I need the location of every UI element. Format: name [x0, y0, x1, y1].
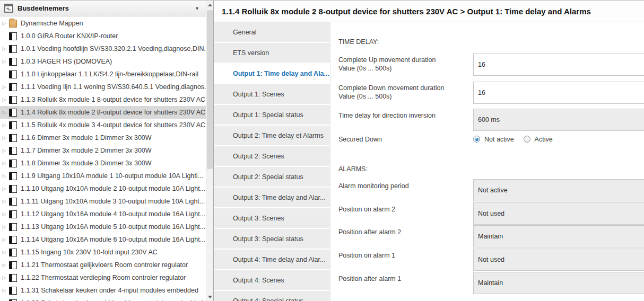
expand-arrow-icon[interactable]: ▷ — [0, 148, 8, 153]
param-sublabel: Value (0s ... 500s) — [338, 92, 464, 101]
scroll-down-icon[interactable] — [206, 293, 213, 300]
tab[interactable]: Output 1: Special status — [214, 105, 330, 125]
expand-arrow-icon[interactable]: ▷ — [0, 186, 8, 191]
device-icon — [9, 134, 17, 142]
tree-item[interactable]: ▷ 1.1.3 Rolluik 8x module 1 8-output dev… — [0, 93, 206, 106]
tab-label: Output 2: Time delay et Alarms — [233, 132, 324, 139]
expand-arrow-icon[interactable]: ▷ — [0, 250, 8, 255]
tree-item[interactable]: ▷ 1.1.7 Dimmer 3x module 2 Dimmer 3x 300… — [0, 144, 206, 157]
expand-arrow-icon[interactable]: ▷ — [0, 224, 8, 229]
tree-item[interactable]: ▷ 1.1.13 Uitgang 10x16A module 5 10-outp… — [0, 220, 206, 233]
expand-arrow-icon[interactable]: ▷ — [0, 288, 8, 293]
tree-item[interactable]: ▷ 1.1.21 Thermostaat gelijkvloers Room c… — [0, 259, 206, 271]
tab-label: Output 3: Scenes — [233, 215, 284, 222]
tree-item-label: 1.1.10 Uitgang 10x10A module 2 10-output… — [21, 185, 205, 192]
tree-item-label: Dynamische Mappen — [21, 20, 83, 27]
expand-arrow-icon[interactable]: ▷ — [0, 173, 8, 179]
complete-up-input[interactable] — [474, 54, 644, 75]
tab[interactable]: Output 4: Special status — [214, 291, 330, 301]
tab[interactable]: Output 4: Scenes — [214, 270, 330, 290]
expand-arrow-icon[interactable]: ▷ — [0, 135, 8, 140]
param-position-on-alarm-1: Position on alarm 1 Not used — [338, 249, 644, 271]
tab-label: ETS version — [233, 49, 269, 57]
complete-up-spinner[interactable] — [473, 54, 644, 76]
tab[interactable]: General — [214, 22, 330, 42]
panel-title: Busdeelnemers — [18, 4, 193, 12]
expand-arrow-icon[interactable]: ▷ — [0, 199, 8, 204]
complete-down-input[interactable] — [474, 82, 644, 103]
tab[interactable]: Output 3: Special status — [214, 229, 330, 249]
tree-item[interactable]: ▷ 1.1.4 Rolluik 8x module 2 8-output dev… — [0, 106, 206, 119]
position-after-alarm-1-dropdown[interactable]: Maintain — [473, 272, 644, 294]
chevron-down-icon[interactable]: ▾ — [193, 4, 202, 12]
sidebar-scrollbar[interactable] — [206, 1, 213, 301]
expand-arrow-icon[interactable]: ▷ — [0, 262, 8, 268]
scroll-up-icon[interactable] — [206, 2, 213, 9]
expand-arrow-icon[interactable]: ▷ — [0, 161, 8, 166]
expand-arrow-icon[interactable]: ▷ — [0, 46, 8, 51]
complete-down-spinner[interactable] — [473, 82, 644, 104]
tree-item[interactable]: ▷ 1.1.9 Uitgang 10x10A module 1 10-outpu… — [0, 170, 206, 182]
tree-item[interactable]: ▷ 1.1.14 Uitgang 10x16A module 6 10-outp… — [0, 233, 206, 246]
parameter-content: TIME DELAY: Complete Up movement duratio… — [331, 22, 644, 301]
tab[interactable]: ETS version — [214, 43, 330, 63]
device-icon — [9, 121, 17, 129]
tree-item[interactable]: ▷ 1.1.11 Uitgang 10x10A module 3 10-outp… — [0, 195, 206, 208]
direction-inversion-dropdown[interactable]: 600 ms — [473, 109, 644, 131]
expand-arrow-icon[interactable]: ▷ — [0, 21, 8, 26]
tab-label: Output 4: Time delay and Alar... — [233, 256, 325, 263]
tree-item-label: 1.1.6 Dimmer 3x module 1 Dimmer 3x 300W — [21, 134, 152, 141]
tab[interactable]: Output 4: Time delay and Alar... — [214, 250, 330, 269]
tree-item-label: 1.1.8 Dimmer 3x module 3 Dimmer 3x 300W — [21, 160, 152, 167]
scrollbar-thumb[interactable] — [207, 10, 213, 169]
device-icon — [9, 58, 17, 66]
position-on-alarm-1-dropdown[interactable]: Not used — [473, 249, 644, 271]
position-on-alarm-2-dropdown[interactable]: Not used — [473, 202, 644, 225]
device-icon — [9, 147, 17, 155]
param-label: Position after alarm 2 — [338, 228, 464, 236]
tree-item[interactable]: ▷ 1.1.8 Dimmer 3x module 3 Dimmer 3x 300… — [0, 157, 206, 170]
tree-item[interactable]: ▷ 1.1.12 Uitgang 10x16A module 4 10-outp… — [0, 208, 206, 220]
tree-item[interactable]: ▷ 1.1.22 Thermostaat verdieping Room con… — [0, 271, 206, 284]
expand-arrow-icon[interactable]: ▷ — [0, 275, 8, 280]
device-icon — [9, 160, 17, 167]
expand-arrow-icon[interactable]: ▷ — [0, 59, 8, 64]
dropdown-value: 600 ms — [478, 116, 500, 123]
tree-item[interactable]: ▷ 1.0.3 HAGER HS (DOMOVEA) — [0, 55, 206, 68]
tree-item-label: 1.1.22 Thermostaat verdieping Room contr… — [21, 274, 186, 281]
tab[interactable]: Output 2: Scenes — [214, 146, 330, 166]
radio-not-active[interactable]: Not active — [473, 136, 514, 143]
section-time-delay: TIME DELAY: — [338, 38, 379, 46]
dropdown-value: Not used — [478, 210, 504, 217]
tab[interactable]: Output 2: Special status — [214, 167, 330, 187]
tree-item[interactable]: ▷ 1.1.15 Ingang 10x 230V 10-fold input 2… — [0, 246, 206, 259]
expand-arrow-icon[interactable]: ▷ — [0, 237, 8, 242]
tab[interactable]: Output 1: Scenes — [214, 84, 330, 104]
expand-arrow-icon[interactable]: ▷ — [0, 211, 8, 217]
tree-item[interactable]: ▷ 1.1.10 Uitgang 10x10A module 2 10-outp… — [0, 182, 206, 195]
tree-item[interactable]: ▷ 1.1.32 Schakelaar keuken midden 4-inpu… — [0, 297, 206, 301]
tab[interactable]: Output 2: Time delay et Alarms — [214, 126, 330, 145]
tree-item[interactable]: ▷ 1.1.5 Rolluik 4x module 3 4-output dev… — [0, 119, 206, 131]
radio-active[interactable]: Active — [524, 136, 553, 143]
tree-item[interactable]: ▷ 1.1.0 Lijnkoppelaar 1.1 LK/S4.2 lijn-/… — [0, 68, 206, 81]
expand-arrow-icon[interactable]: ▷ — [0, 110, 8, 115]
tab[interactable]: Output 3: Scenes — [214, 208, 330, 228]
tree-item-label: 1.0.3 HAGER HS (DOMOVEA) — [21, 58, 112, 65]
tab[interactable]: Output 1: Time delay and Ala... — [214, 64, 330, 83]
param-label: Complete Up movement duration — [338, 56, 464, 64]
param-alarm-monitoring: Alarm monitoring period Not active — [338, 179, 644, 201]
position-after-alarm-2-dropdown[interactable]: Maintain — [473, 225, 644, 247]
expand-arrow-icon[interactable]: ▷ — [0, 84, 8, 90]
tab[interactable]: Output 3: Time delay and Alar... — [214, 188, 330, 207]
tree-item[interactable]: ▷ 1.0.0 GIRA Router KNX/IP-router — [0, 30, 206, 42]
tree-item[interactable]: ▷ 1.0.1 Voeding hoofdlijn SV/S30.320.2.1… — [0, 42, 206, 55]
expand-arrow-icon[interactable]: ▷ — [0, 97, 8, 102]
tree-item[interactable]: ▷ Dynamische Mappen — [0, 17, 206, 30]
tree-item[interactable]: ▷ 1.1.1 Voeding lijn 1.1 woning SV/S30.6… — [0, 81, 206, 93]
alarm-monitoring-dropdown[interactable]: Not active — [473, 179, 644, 201]
expand-arrow-icon[interactable]: ▷ — [0, 122, 8, 128]
param-label: Position after alarm 1 — [338, 275, 464, 283]
tree-item[interactable]: ▷ 1.1.6 Dimmer 3x module 1 Dimmer 3x 300… — [0, 131, 206, 144]
tree-item[interactable]: ▷ 1.1.31 Schakelaar keuken onder 4-input… — [0, 284, 206, 297]
